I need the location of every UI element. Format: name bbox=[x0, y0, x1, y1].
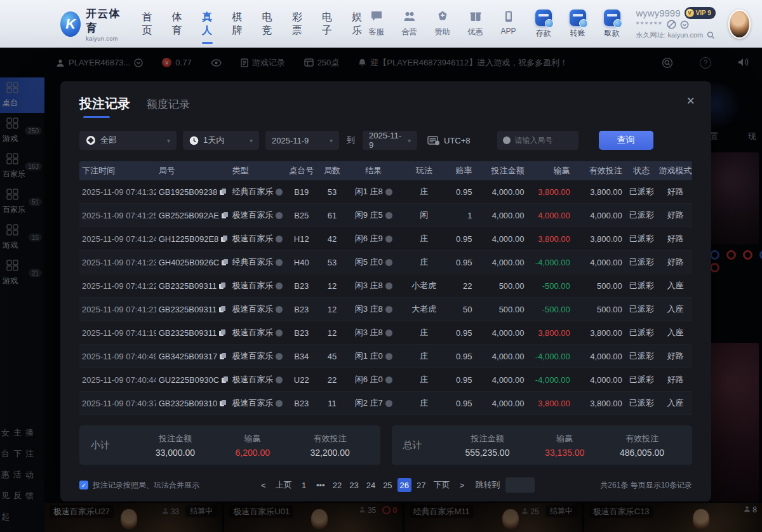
type-info-icon[interactable] bbox=[276, 236, 283, 243]
copy-icon[interactable] bbox=[222, 259, 228, 266]
cell-value: 已派彩 bbox=[629, 327, 654, 338]
copy-icon[interactable] bbox=[222, 212, 228, 219]
page-1[interactable]: 1 bbox=[297, 478, 311, 492]
quick-link-APP[interactable]: APP bbox=[497, 10, 521, 37]
cell-游戏模式: 入座 bbox=[658, 303, 692, 315]
wallet-link-label: 存款 bbox=[536, 28, 551, 39]
result-detail-icon[interactable] bbox=[385, 212, 392, 219]
type-info-icon[interactable] bbox=[276, 376, 283, 383]
avatar[interactable] bbox=[728, 10, 751, 39]
cell-value: 0.95 bbox=[456, 258, 472, 267]
nav-item-体育[interactable]: 体育 bbox=[171, 7, 184, 41]
nav-item-电竞[interactable]: 电竞 bbox=[261, 7, 274, 41]
result-detail-icon[interactable] bbox=[385, 259, 392, 266]
wallet-link-取款[interactable]: 取款 bbox=[599, 10, 625, 39]
next-arrow[interactable]: > bbox=[455, 478, 469, 492]
brand-logo[interactable]: K 开云体育 kaiyun.com bbox=[60, 6, 123, 42]
username[interactable]: wywy9999 bbox=[636, 8, 681, 18]
result-detail-icon[interactable] bbox=[385, 353, 392, 360]
eye-off-icon[interactable] bbox=[667, 20, 676, 29]
result-detail-icon[interactable] bbox=[385, 376, 392, 383]
cell-value: 2025-11-09 07:40:37 bbox=[82, 399, 156, 408]
prev-page[interactable]: 上页 bbox=[273, 478, 295, 492]
type-info-icon[interactable] bbox=[276, 212, 283, 219]
refresh-icon[interactable] bbox=[680, 20, 689, 29]
quick-link-客服[interactable]: 客服 bbox=[364, 10, 389, 37]
cell-value: GB1925B09238 bbox=[159, 187, 218, 197]
type-info-icon[interactable] bbox=[276, 259, 283, 266]
jump-page-input[interactable] bbox=[505, 477, 535, 493]
copy-icon[interactable] bbox=[220, 400, 226, 407]
table-row: 2025-11-09 07:41:23GH4025B0926C经典百家乐H405… bbox=[79, 251, 692, 274]
date-from-picker[interactable]: 2025-11-9▾ bbox=[265, 131, 339, 150]
page-26[interactable]: 26 bbox=[398, 478, 411, 492]
nav-item-电子[interactable]: 电子 bbox=[321, 7, 334, 41]
cell-游戏模式: 好路 bbox=[658, 256, 692, 268]
result-detail-icon[interactable] bbox=[385, 329, 392, 336]
result-detail-icon[interactable] bbox=[385, 189, 392, 196]
cell-状态: 已派彩 bbox=[625, 256, 658, 268]
cell-value: 小老虎 bbox=[411, 280, 436, 291]
page-27[interactable]: 27 bbox=[414, 478, 428, 492]
cell-value: -4,000.00 bbox=[535, 375, 570, 385]
cell-类型: 极速百家乐 bbox=[229, 374, 284, 385]
page-24[interactable]: 24 bbox=[364, 478, 378, 492]
page-ellipsis[interactable]: ••• bbox=[314, 478, 328, 492]
round-search-input[interactable] bbox=[515, 136, 570, 145]
page-25[interactable]: 25 bbox=[380, 478, 394, 492]
cell-有效投注: 3,800.00 bbox=[573, 399, 625, 408]
quick-link-优惠[interactable]: 优惠 bbox=[464, 10, 488, 37]
query-button[interactable]: 查询 bbox=[599, 131, 653, 150]
cell-value: 2025-11-09 07:41:25 bbox=[82, 211, 156, 220]
cell-输赢: 3,800.00 bbox=[526, 187, 572, 197]
copy-icon[interactable] bbox=[219, 306, 225, 313]
result-detail-icon[interactable] bbox=[385, 236, 392, 243]
page-23[interactable]: 23 bbox=[347, 478, 361, 492]
result-detail-icon[interactable] bbox=[385, 400, 392, 407]
type-info-icon[interactable] bbox=[276, 400, 283, 407]
type-info-icon[interactable] bbox=[276, 353, 283, 360]
copy-icon[interactable] bbox=[220, 353, 226, 360]
type-info-icon[interactable] bbox=[276, 306, 283, 313]
timezone-selector[interactable]: UTC+8 bbox=[427, 135, 471, 145]
wallet-link-存款[interactable]: 存款 bbox=[531, 10, 556, 39]
permanent-url: 永久网址: kaiyun.com bbox=[636, 30, 704, 41]
date-to-picker[interactable]: 2025-11-9▾ bbox=[363, 131, 417, 150]
merge-checkbox[interactable]: ✓ bbox=[79, 481, 88, 489]
copy-icon[interactable] bbox=[219, 283, 225, 289]
type-info-icon[interactable] bbox=[276, 283, 283, 289]
result-detail-icon[interactable] bbox=[385, 306, 392, 313]
next-page[interactable]: 下页 bbox=[431, 478, 453, 492]
category-dropdown[interactable]: 全部▾ bbox=[79, 131, 177, 150]
copy-icon[interactable] bbox=[220, 189, 226, 196]
type-info-icon[interactable] bbox=[276, 189, 283, 196]
table-row: 2025-11-09 07:41:32GB1925B09238经典百家乐B195… bbox=[79, 180, 692, 204]
nav-item-首页[interactable]: 首页 bbox=[141, 7, 154, 41]
nav-item-彩票[interactable]: 彩票 bbox=[291, 7, 304, 41]
close-icon[interactable]: × bbox=[686, 94, 695, 108]
tab-投注记录[interactable]: 投注记录 bbox=[79, 95, 130, 118]
nav-item-真人[interactable]: 真人 bbox=[201, 7, 214, 41]
cell-局号: GB2525B092AE bbox=[156, 211, 230, 220]
cell-游戏模式: 好路 bbox=[658, 350, 692, 362]
prev-arrow[interactable]: < bbox=[257, 478, 271, 492]
wallet-link-转账[interactable]: 转账 bbox=[565, 10, 591, 39]
clock-icon bbox=[189, 136, 199, 145]
magnifier-icon[interactable] bbox=[707, 31, 715, 39]
result-detail-icon[interactable] bbox=[385, 283, 392, 289]
quick-link-赞助[interactable]: 赞助 bbox=[431, 10, 455, 37]
copy-icon[interactable] bbox=[219, 329, 225, 336]
nav-item-娱乐[interactable]: 娱乐 bbox=[351, 7, 364, 41]
copy-icon[interactable] bbox=[222, 376, 228, 383]
type-info-icon[interactable] bbox=[276, 329, 283, 336]
quick-link-合营[interactable]: 合营 bbox=[398, 10, 422, 37]
cell-有效投注: 4,000.00 bbox=[573, 375, 625, 385]
tab-额度记录[interactable]: 额度记录 bbox=[147, 97, 190, 117]
wallet-links: 存款转账取款 bbox=[531, 10, 625, 39]
cell-有效投注: 4,000.00 bbox=[573, 211, 625, 220]
page-22[interactable]: 22 bbox=[330, 478, 344, 492]
vip-badge[interactable]: VVIP 9 bbox=[685, 7, 716, 19]
nav-item-棋牌[interactable]: 棋牌 bbox=[231, 7, 244, 41]
date-range-dropdown[interactable]: 1天内▾ bbox=[183, 131, 259, 150]
copy-icon[interactable] bbox=[221, 236, 227, 243]
